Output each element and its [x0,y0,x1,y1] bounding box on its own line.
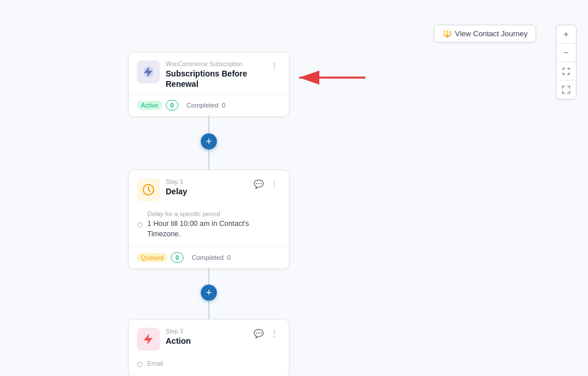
fit-view-button[interactable] [556,62,576,80]
status-badge: Active [137,101,162,110]
workflow-canvas: WooCommerce Subscription Subscriptions B… [0,0,588,376]
detail-label: Delay for a specific period [147,210,281,217]
zoom-controls-panel: + − [556,25,576,99]
card-title: Subscriptions Before Renewal [166,68,262,89]
active-count: 0 [166,100,178,110]
delay-card: Step 5 Delay 💬 ⋮ Delay for a specific pe… [128,170,289,269]
card-more-button-3[interactable]: ⋮ [268,328,281,339]
completed-label: Completed [186,102,219,109]
view-contact-journey-button[interactable]: 🔱 View Contact Journey [434,25,536,43]
add-step-button-1[interactable]: + [201,133,217,149]
step-label: Step 5 [166,178,246,185]
completed-label-2: Completed [192,254,224,261]
email-label: Email [147,360,163,367]
delay-icon [137,178,160,201]
action-card: Step 3 Action 💬 ⋮ Email [128,319,289,376]
completed-count-2: 0 [227,254,231,261]
card-title-action: Action [166,336,246,346]
detail-dot-3 [137,362,143,367]
step-label-3: Step 3 [166,328,246,335]
queued-badge: Queued [137,253,167,262]
card-more-button-2[interactable]: ⋮ [268,178,281,190]
detail-dot [137,222,143,228]
add-step-button-2[interactable]: + [201,285,217,301]
card-comment-button-3[interactable]: 💬 [251,328,266,339]
action-icon [137,328,160,351]
completed-count: 0 [222,102,226,109]
zoom-out-button[interactable]: − [556,44,576,62]
woo-icon [137,60,160,83]
view-journey-label: View Contact Journey [455,29,528,38]
journey-icon: 🔱 [442,29,452,38]
fullscreen-button[interactable] [556,80,576,99]
card-more-button[interactable]: ⋮ [268,60,281,72]
annotation-arrow [293,69,368,86]
trigger-card: WooCommerce Subscription Subscriptions B… [128,52,289,117]
queued-count: 0 [171,252,184,263]
zoom-in-button[interactable]: + [556,25,576,44]
card-subtitle: WooCommerce Subscription [166,60,262,67]
detail-text: 1 Hour till 10:00 am in Contact's Timezo… [147,219,281,239]
flow-connectors [0,0,588,376]
card-title-delay: Delay [166,186,246,197]
card-comment-button[interactable]: 💬 [251,178,266,190]
